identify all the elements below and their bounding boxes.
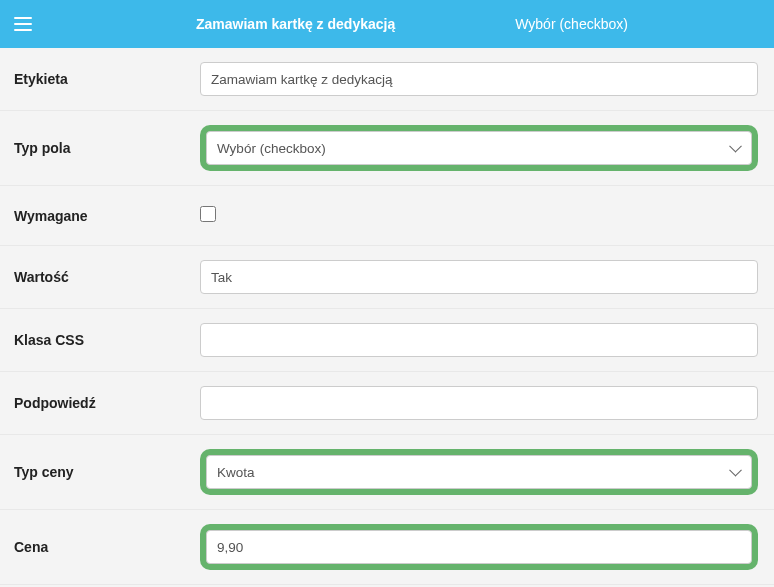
row-klasa-css: Klasa CSS — [0, 309, 774, 372]
label-podpowiedz: Podpowiedź — [14, 395, 200, 411]
row-cena: Cena — [0, 510, 774, 585]
input-cena[interactable] — [206, 530, 752, 564]
input-klasa-css[interactable] — [200, 323, 758, 357]
header-title: Zamawiam kartkę z dedykacją — [196, 16, 395, 32]
highlight-cena — [200, 524, 758, 570]
label-klasa-css: Klasa CSS — [14, 332, 200, 348]
checkbox-wymagane[interactable] — [200, 206, 216, 222]
label-cena: Cena — [14, 539, 200, 555]
row-etykieta: Etykieta — [0, 48, 774, 111]
input-podpowiedz[interactable] — [200, 386, 758, 420]
label-typ-ceny: Typ ceny — [14, 464, 200, 480]
label-wymagane: Wymagane — [14, 208, 200, 224]
hamburger-menu-icon[interactable] — [14, 13, 36, 35]
header-subtitle: Wybór (checkbox) — [515, 16, 628, 32]
label-etykieta: Etykieta — [14, 71, 200, 87]
row-podpowiedz: Podpowiedź — [0, 372, 774, 435]
highlight-typ-pola: Wybór (checkbox) — [200, 125, 758, 171]
row-typ-ceny: Typ ceny Kwota — [0, 435, 774, 510]
label-wartosc: Wartość — [14, 269, 200, 285]
select-typ-ceny[interactable]: Kwota — [206, 455, 752, 489]
row-wartosc: Wartość — [0, 246, 774, 309]
header: Zamawiam kartkę z dedykacją Wybór (check… — [0, 0, 774, 48]
label-typ-pola: Typ pola — [14, 140, 200, 156]
form-container: Etykieta Typ pola Wybór (checkbox) Wymag… — [0, 48, 774, 587]
select-typ-pola[interactable]: Wybór (checkbox) — [206, 131, 752, 165]
highlight-typ-ceny: Kwota — [200, 449, 758, 495]
input-wartosc[interactable] — [200, 260, 758, 294]
row-typ-pola: Typ pola Wybór (checkbox) — [0, 111, 774, 186]
input-etykieta[interactable] — [200, 62, 758, 96]
row-wymagane: Wymagane — [0, 186, 774, 246]
